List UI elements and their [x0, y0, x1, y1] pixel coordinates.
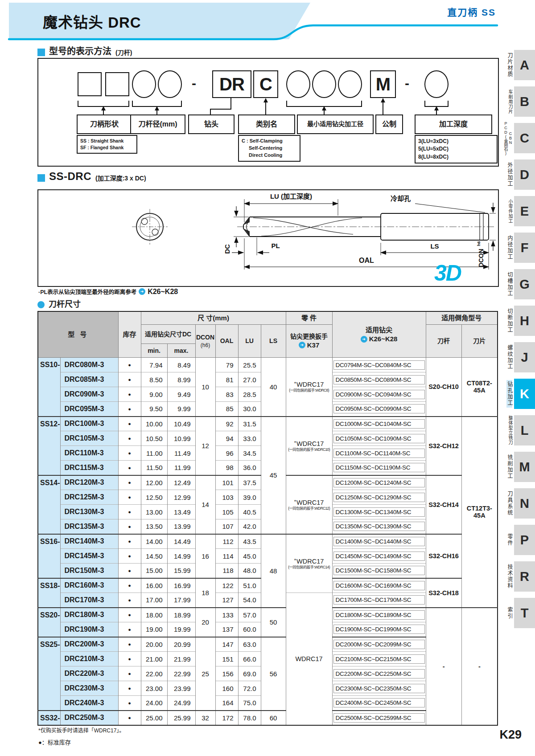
- sidebar-tab-label-text: 小零件加工: [508, 199, 513, 224]
- cell-tip-range: DC1450M-SC~DC1490M-SC: [332, 549, 426, 564]
- pl-note-text: ·PL表示从钻尖顶端至最外径的距离参考: [38, 287, 136, 296]
- cell-dc-max: 21.99: [167, 652, 195, 666]
- cell-series-prefix: SS10-: [38, 358, 60, 417]
- sidebar-tab-label: 技术资料: [506, 564, 512, 589]
- sidebar-tab-k: 钻孔加工K: [497, 379, 535, 409]
- cell-tip-range: DC1900M-SC~DC1990M-SC: [332, 622, 426, 637]
- sidebar-tab-label: 切槽加工: [506, 272, 512, 297]
- section-title-text: 刀杆尺寸: [49, 298, 81, 309]
- cell-model: DRC115M-3: [60, 461, 118, 475]
- cell-lu: 36.0: [238, 461, 261, 475]
- label-category: 类别名: [238, 114, 295, 134]
- sidebar-tab-g: 切槽加工G: [497, 269, 535, 299]
- cell-oal: 137: [215, 622, 238, 637]
- cell-tip-range: DC1600M-SC~DC1690M-SC: [332, 578, 426, 593]
- cell-oal: 85: [215, 402, 238, 417]
- table-row: SS12-DRC100M-3●10.0010.49129231.545*WDRC…: [38, 417, 498, 431]
- cell-dc-max: 11.49: [167, 446, 195, 461]
- sidebar-tab-label: 刀具系统: [506, 491, 512, 516]
- cell-tip-range: DC1100M-SC~DC1140M-SC: [332, 446, 426, 461]
- cell-tip-range: DC1050M-SC~DC1090M-SC: [332, 431, 426, 446]
- sidebar-tab-letter: H: [514, 306, 535, 336]
- sidebar-tab-label: 刀片材质: [506, 53, 512, 78]
- cell-chamfer-holder: S32-CH12: [426, 417, 461, 475]
- col-header-size: 尺 寸(mm): [141, 311, 286, 325]
- code-placeholder-circle: [424, 70, 449, 98]
- sidebar-tab-m: 铣削加工M: [497, 452, 535, 482]
- cell-chamfer-holder: S32-CH18: [426, 578, 461, 608]
- tip-range-box: DC1800M-SC~DC1890M-SC: [333, 610, 425, 620]
- cell-dc-min: 16.00: [141, 578, 167, 593]
- wrench-footnote-star: *: [294, 440, 296, 445]
- cell-lu: 37.5: [238, 475, 261, 490]
- cell-model: DRC145M-3: [60, 549, 118, 564]
- sidebar-tab-label: 螺纹加工: [506, 345, 512, 370]
- code-dash: -: [405, 76, 409, 91]
- sidebar-tab-t: 索引T: [497, 598, 535, 628]
- sidebar-tab-label: 整体型立铣刀: [508, 416, 513, 445]
- cell-model: DRC220M-3: [60, 666, 118, 681]
- cell-lu: 39.0: [238, 490, 261, 505]
- cell-dc-min: 22.00: [141, 666, 167, 681]
- cell-chamfer-insert: CT12T3-45A: [461, 417, 498, 608]
- model-notation-diagram: - DR C M - 刀柄形状 刀杆径(mm) 钻头 类别名 最小适用钻尖加工径…: [37, 58, 499, 167]
- sidebar-tab-letter: P: [514, 525, 535, 555]
- oal-dimension-label: OAL: [359, 257, 374, 264]
- tip-range-box: DC1400M-SC~DC1440M-SC: [333, 537, 425, 546]
- cell-dc-min: 11.00: [141, 446, 167, 461]
- sidebar-tab-label-text: 螺纹加工: [506, 345, 512, 370]
- cell-dc-max: 16.99: [167, 578, 195, 593]
- code-placeholder-square: [78, 72, 102, 96]
- cell-stock: ●: [118, 578, 141, 593]
- cell-stock: ●: [118, 417, 141, 431]
- sidebar-tab-letter: B: [514, 86, 535, 117]
- sidebar-tab-label-text: 切断加工: [506, 308, 512, 333]
- cell-dc-min: 25.00: [141, 711, 167, 725]
- cell-dcon: 10: [195, 358, 215, 417]
- tip-range-box: DC2300M-SC~DC2350M-SC: [333, 684, 425, 693]
- cell-model: DRC200M-3: [60, 637, 118, 652]
- code-placeholder-circle: [312, 70, 336, 98]
- col-header-wrench: 钻尖更换扳手 K37: [286, 325, 332, 358]
- cell-stock: ●: [118, 372, 141, 387]
- cell-wrench: WDRC17: [286, 593, 332, 725]
- cell-stock: ●: [118, 431, 141, 446]
- cell-dc-min: 24.00: [141, 696, 167, 711]
- cell-lu: 54.0: [238, 593, 261, 608]
- cell-stock: ●: [118, 534, 141, 549]
- cell-dc-max: 12.49: [167, 475, 195, 490]
- drill-drawing-svg: LU (加工深度) 冷却孔 DC PL LS OAL: [38, 190, 496, 284]
- depth-option: 5(LU≈5xDC): [418, 145, 494, 153]
- cell-stock: ●: [118, 608, 141, 622]
- cell-oal: 79: [215, 358, 238, 372]
- cell-lu: 63.0: [238, 637, 261, 652]
- cell-dcon: 12: [195, 417, 215, 475]
- cell-oal: 122: [215, 578, 238, 593]
- col-header-lu: LU: [238, 325, 261, 358]
- cell-dc-min: 10.00: [141, 417, 167, 431]
- sidebar-tab-b: 车削用刀片B: [497, 86, 535, 117]
- cell-model: DRC180M-3: [60, 608, 118, 622]
- cell-dc-min: 20.00: [141, 637, 167, 652]
- cell-dc-min: 13.00: [141, 505, 167, 519]
- cell-wrench: *WDRC17(一同包装的扳手:WDRC8): [286, 358, 332, 417]
- cell-model: DRC095M-3: [60, 402, 118, 417]
- cell-model: DRC105M-3: [60, 431, 118, 446]
- wrench-package-note: (一同包装的扳手:WDRC12): [288, 505, 330, 511]
- ls-dimension-label: LS: [430, 242, 439, 250]
- cell-stock: ●: [118, 622, 141, 637]
- section-title-text: 型号的表示方法: [49, 44, 111, 57]
- cell-model: DRC170M-3: [60, 593, 118, 608]
- cell-lu: 45.0: [238, 549, 261, 564]
- category-option: Direct Cooling: [242, 152, 297, 159]
- wrench-footnote: *仅购买扳手时请选择「WDRC17」。: [38, 726, 124, 734]
- cell-dc-max: 17.99: [167, 593, 195, 608]
- cell-tip-range: DC1000M-SC~DC1040M-SC: [332, 417, 426, 431]
- tip-range-box: DC1150M-SC~DC1190M-SC: [333, 463, 425, 472]
- sidebar-tab-r: 技术资料R: [497, 561, 535, 592]
- spec-table: 型 号 库存 尺 寸(mm) 零 件 适用钻尖 K26~K28 适用倒角型号 适…: [37, 311, 498, 726]
- cell-lu: 31.5: [238, 417, 261, 431]
- label-shank-shape: 刀柄形状: [77, 114, 132, 134]
- sidebar-tab-label-text: PCD(金刚石): [503, 121, 507, 155]
- cell-wrench: *WDRC17(一同包装的扳手:WDRC12): [286, 475, 332, 534]
